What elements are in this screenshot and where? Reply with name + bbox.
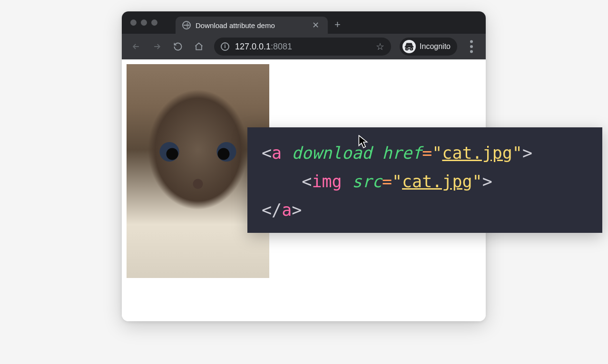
toolbar: 127.0.0.1:8081 ☆ Incognito [122, 34, 486, 59]
svg-point-1 [410, 48, 412, 50]
globe-icon [182, 21, 191, 29]
tab-title: Download attribute demo [196, 21, 305, 29]
svg-point-0 [406, 48, 408, 50]
mouse-cursor-icon [358, 135, 369, 149]
window-controls [130, 19, 157, 26]
titlebar: Download attribute demo ✕ + [122, 11, 486, 34]
forward-button[interactable] [148, 38, 166, 55]
site-info-icon[interactable] [221, 42, 229, 51]
code-line-2: <img src="cat.jpg"> [262, 167, 588, 196]
back-button[interactable] [127, 38, 145, 55]
incognito-label: Incognito [420, 42, 451, 51]
address-bar[interactable]: 127.0.0.1:8081 ☆ [214, 38, 391, 56]
url-text: 127.0.0.1:8081 [235, 42, 370, 52]
browser-tab[interactable]: Download attribute demo ✕ [176, 17, 328, 34]
code-snippet-overlay: <a download href="cat.jpg"> <img src="ca… [247, 127, 602, 233]
svg-point-4 [470, 50, 473, 53]
code-line-1: <a download href="cat.jpg"> [262, 139, 588, 167]
home-button[interactable] [190, 38, 207, 55]
reload-button[interactable] [169, 38, 186, 55]
incognito-icon [402, 40, 416, 53]
bookmark-star-icon[interactable]: ☆ [376, 41, 384, 52]
incognito-badge[interactable]: Incognito [400, 38, 457, 56]
close-tab-button[interactable]: ✕ [310, 20, 321, 30]
new-tab-button[interactable]: + [334, 19, 341, 31]
minimize-window-button[interactable] [141, 19, 147, 26]
maximize-window-button[interactable] [151, 19, 157, 26]
code-line-3: </a> [262, 196, 588, 224]
kebab-menu-icon[interactable] [463, 38, 480, 55]
svg-point-3 [470, 45, 473, 48]
svg-point-2 [470, 40, 473, 43]
close-window-button[interactable] [130, 19, 137, 26]
